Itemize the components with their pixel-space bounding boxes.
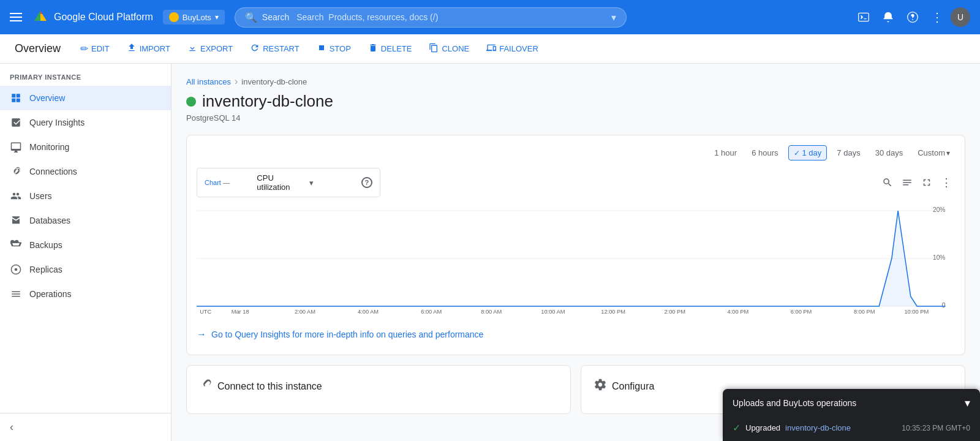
notification-time: 10:35:23 PM GMT+0 [902, 424, 970, 432]
databases-icon [10, 214, 22, 227]
edit-label: EDIT [91, 44, 110, 53]
notification-panel: Uploads and BuyLots operations ▾ ✓ Upgra… [723, 389, 980, 441]
instance-status-dot-icon [186, 97, 196, 107]
svg-text:UTC: UTC [200, 309, 211, 315]
chart-visualization: 20% 10% 0 UTC Mar 18 2:00 AM 4:00 AM 6:0… [197, 205, 955, 317]
search-input[interactable] [296, 12, 606, 22]
chart-action-icons: ⋮ [879, 174, 955, 191]
query-insights-icon [10, 116, 22, 129]
search-expand-icon: ▾ [611, 12, 616, 23]
connect-card-label: Connect to this instance [217, 381, 322, 392]
cloud-shell-button[interactable] [853, 6, 875, 28]
chart-card: 1 hour 6 hours ✓ 1 day 7 days 30 days Cu… [186, 135, 965, 355]
user-avatar[interactable]: U [951, 7, 970, 27]
chart-search-button[interactable] [879, 174, 896, 191]
search-bar[interactable]: 🔍 Search ▾ [235, 7, 627, 28]
sidebar-item-monitoring[interactable]: Monitoring [0, 135, 171, 159]
sidebar-item-databases[interactable]: Databases [0, 208, 171, 233]
gcp-logo-icon [32, 9, 49, 26]
sidebar-collapse-button[interactable]: ‹ [0, 413, 171, 441]
stop-button[interactable]: STOP [309, 39, 358, 59]
svg-text:2:00 AM: 2:00 AM [295, 309, 315, 315]
checkmark-icon: ✓ [794, 149, 800, 157]
sidebar-item-operations[interactable]: Operations [0, 282, 171, 306]
time-filter-6hours[interactable]: 6 hours [747, 146, 783, 160]
stop-label: STOP [330, 44, 351, 53]
overview-icon [10, 92, 22, 104]
svg-text:2:00 PM: 2:00 PM [664, 309, 685, 315]
chart-type-dropdown[interactable]: Chart ― CPU utilization ▾ ? [197, 168, 380, 197]
sidebar: PRIMARY INSTANCE Overview Query Insights… [0, 64, 172, 441]
restart-label: RESTART [263, 44, 299, 53]
notification-message-prefix: Upgraded [745, 423, 780, 432]
sidebar-section-label: PRIMARY INSTANCE [0, 64, 171, 86]
chart-help-icon[interactable]: ? [361, 177, 372, 188]
monitoring-icon [10, 141, 22, 153]
connections-icon [10, 165, 22, 178]
collapse-icon: ‹ [10, 421, 13, 434]
sidebar-item-overview[interactable]: Overview [0, 86, 171, 110]
hamburger-menu[interactable] [10, 13, 22, 21]
sidebar-item-backups[interactable]: Backups [0, 233, 171, 257]
help-button[interactable] [902, 6, 924, 28]
svg-rect-0 [859, 13, 869, 21]
arrow-icon: → [197, 329, 206, 340]
import-icon [127, 43, 137, 55]
top-header: Google Cloud Platform BuyLots ▾ 🔍 Search… [0, 0, 980, 34]
more-options-button[interactable]: ⋮ [926, 6, 948, 28]
custom-label: Custom [918, 148, 945, 157]
header-actions: ⋮ U [853, 6, 970, 28]
time-filter-30days[interactable]: 30 days [870, 146, 908, 160]
sidebar-item-users-label: Users [29, 191, 52, 201]
notification-instance-link[interactable]: inventory-db-clone [785, 423, 851, 432]
notification-title: Uploads and BuyLots operations [733, 398, 856, 408]
sidebar-item-query-insights-label: Query Insights [29, 118, 85, 127]
chart-dropdown-value: CPU utilization [257, 173, 304, 192]
configuration-icon [594, 378, 607, 394]
svg-text:20%: 20% [933, 206, 946, 213]
breadcrumb-separator-icon: › [235, 76, 238, 87]
sidebar-item-replicas[interactable]: Replicas [0, 257, 171, 282]
import-label: IMPORT [140, 44, 170, 53]
content-area: All instances › inventory-db-clone inven… [172, 64, 980, 441]
time-filter-1day[interactable]: ✓ 1 day [788, 145, 827, 160]
chart-fullscreen-button[interactable] [918, 174, 935, 191]
time-filter-custom[interactable]: Custom ▾ [913, 146, 955, 160]
failover-button[interactable]: FAILOVER [479, 39, 546, 59]
chart-more-button[interactable]: ⋮ [938, 174, 955, 191]
breadcrumb-current: inventory-db-clone [241, 77, 307, 86]
breadcrumb-all-instances[interactable]: All instances [186, 77, 231, 86]
connect-icon [199, 378, 213, 394]
page-subtitle: PostgreSQL 14 [186, 113, 965, 123]
svg-text:10:00 AM: 10:00 AM [541, 309, 565, 315]
restart-button[interactable]: RESTART [243, 39, 306, 59]
page-title-row: inventory-db-clone [186, 92, 965, 111]
import-button[interactable]: IMPORT [119, 39, 178, 59]
time-filter-7days[interactable]: 7 days [832, 146, 865, 160]
chart-controls: Chart ― CPU utilization ▾ ? [197, 168, 955, 197]
sidebar-item-overview-label: Overview [29, 93, 65, 103]
sidebar-item-monitoring-label: Monitoring [29, 142, 69, 152]
sidebar-item-users[interactable]: Users [0, 184, 171, 208]
delete-button[interactable]: DELETE [361, 39, 420, 59]
notifications-button[interactable] [877, 6, 899, 28]
notification-message: ✓ Upgraded inventory-db-clone [733, 422, 851, 434]
svg-text:12:00 PM: 12:00 PM [601, 309, 625, 315]
sidebar-item-connections[interactable]: Connections [0, 159, 171, 184]
breadcrumb: All instances › inventory-db-clone [186, 76, 965, 87]
clone-button[interactable]: CLONE [421, 39, 477, 59]
query-insights-link[interactable]: → Go to Query Insights for more in-depth… [197, 324, 955, 345]
project-selector[interactable]: BuyLots ▾ [163, 10, 225, 24]
stop-icon [317, 43, 326, 55]
svg-text:8:00 PM: 8:00 PM [854, 309, 875, 315]
edit-button[interactable]: ✏ EDIT [73, 39, 117, 58]
chart-legend-button[interactable] [899, 174, 916, 191]
project-chevron-icon: ▾ [215, 13, 219, 21]
clone-label: CLONE [442, 44, 469, 53]
page-title: inventory-db-clone [202, 92, 333, 111]
time-filters: 1 hour 6 hours ✓ 1 day 7 days 30 days Cu… [197, 145, 955, 160]
sidebar-item-query-insights[interactable]: Query Insights [0, 110, 171, 135]
time-filter-1hour[interactable]: 1 hour [709, 146, 742, 160]
notification-header[interactable]: Uploads and BuyLots operations ▾ [723, 389, 980, 417]
export-button[interactable]: EXPORT [180, 39, 240, 59]
